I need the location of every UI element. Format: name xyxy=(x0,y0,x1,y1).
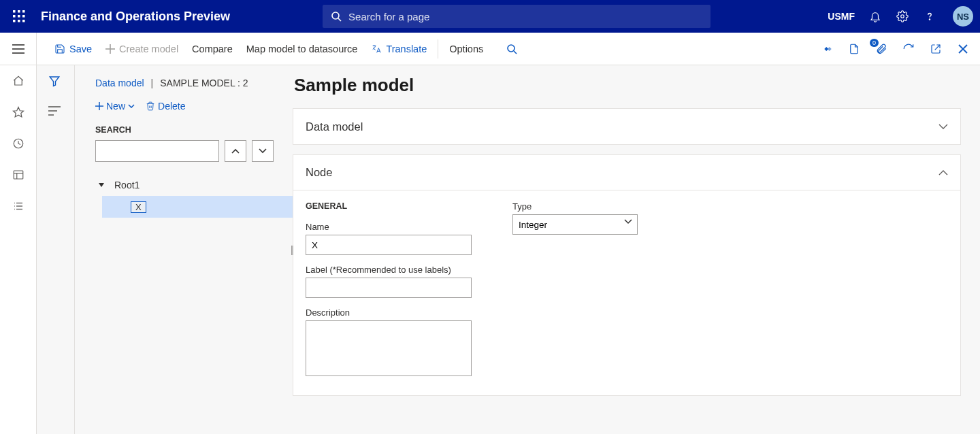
attachments-icon[interactable]: 0 xyxy=(874,41,889,56)
refresh-icon[interactable] xyxy=(901,41,916,56)
hamburger-toggle[interactable] xyxy=(0,33,37,65)
svg-point-18 xyxy=(508,45,514,52)
trash-icon xyxy=(146,101,155,111)
new-node-button[interactable]: New xyxy=(95,101,135,112)
command-bar-right: 0 xyxy=(819,41,973,56)
close-icon[interactable] xyxy=(956,41,970,56)
save-button[interactable]: Save xyxy=(48,33,99,65)
filter-rail xyxy=(37,65,75,434)
type-select[interactable]: Integer xyxy=(512,214,638,235)
create-model-label: Create model xyxy=(119,44,178,54)
chevron-up-icon xyxy=(231,148,240,154)
modules-icon[interactable] xyxy=(11,199,26,214)
search-prev-button[interactable] xyxy=(225,140,246,162)
delete-label: Delete xyxy=(158,101,185,112)
svg-marker-22 xyxy=(13,107,23,117)
data-model-header[interactable]: Data model xyxy=(293,109,960,144)
general-column: GENERAL Name Label (*Recommended to use … xyxy=(306,201,472,379)
translate-button[interactable]: Translate xyxy=(364,33,434,65)
map-model-button[interactable]: Map model to datasource xyxy=(240,33,365,65)
svg-rect-6 xyxy=(13,20,16,22)
gear-icon[interactable] xyxy=(896,10,909,23)
compare-button[interactable]: Compare xyxy=(185,33,240,65)
top-right-controls: USMF NS xyxy=(828,6,973,27)
home-icon[interactable] xyxy=(11,73,26,88)
caret-down-icon[interactable] xyxy=(95,182,108,188)
search-icon xyxy=(506,44,517,54)
node-title: Node xyxy=(306,166,332,179)
popout-icon[interactable] xyxy=(928,41,943,56)
breadcrumb-link[interactable]: Data model xyxy=(95,78,144,88)
workspaces-icon[interactable] xyxy=(11,167,26,182)
command-search-button[interactable] xyxy=(490,33,524,65)
plus-icon xyxy=(105,44,115,54)
bell-icon[interactable] xyxy=(868,10,882,23)
node-body: GENERAL Name Label (*Recommended to use … xyxy=(293,190,960,395)
data-model-section: Data model xyxy=(293,108,961,145)
page-title: Sample model xyxy=(293,72,961,108)
chevron-down-icon xyxy=(259,148,267,154)
recent-icon[interactable] xyxy=(11,136,26,151)
company-picker[interactable]: USMF xyxy=(828,11,855,22)
command-bar: Save Create model Compare Map model to d… xyxy=(37,33,980,65)
help-icon[interactable] xyxy=(923,10,936,23)
sort-lines-icon[interactable] xyxy=(48,106,63,121)
tree-search-input[interactable] xyxy=(95,140,219,162)
svg-rect-5 xyxy=(22,15,25,18)
global-search[interactable] xyxy=(323,5,710,28)
svg-marker-33 xyxy=(50,77,59,86)
tree-child-label: X xyxy=(131,201,146,213)
resize-handle[interactable]: || xyxy=(291,244,293,255)
map-model-label: Map model to datasource xyxy=(246,44,358,54)
data-model-title: Data model xyxy=(306,120,363,133)
top-bar: Finance and Operations Preview USMF NS xyxy=(0,0,980,33)
tree-root-row[interactable]: Root1 xyxy=(95,174,293,196)
svg-rect-0 xyxy=(13,10,16,13)
app-launcher-icon[interactable] xyxy=(10,7,29,26)
global-search-input[interactable] xyxy=(348,11,702,22)
search-label: SEARCH xyxy=(75,114,293,137)
app-title: Finance and Operations Preview xyxy=(41,10,230,24)
type-column: Type Integer xyxy=(512,201,638,379)
label-label: Label (*Recommended to use labels) xyxy=(306,265,472,275)
user-avatar[interactable]: NS xyxy=(953,6,973,27)
options-button[interactable]: Options xyxy=(442,33,490,65)
svg-line-19 xyxy=(514,51,517,54)
svg-point-12 xyxy=(929,19,930,20)
translate-label: Translate xyxy=(386,44,427,54)
chevron-up-icon xyxy=(938,170,948,176)
node-header[interactable]: Node xyxy=(293,155,960,190)
compare-label: Compare xyxy=(192,44,233,54)
type-select-wrap: Integer xyxy=(512,214,638,235)
tree-search-row xyxy=(75,137,293,162)
svg-rect-3 xyxy=(13,15,16,18)
svg-marker-39 xyxy=(99,183,104,187)
name-input[interactable] xyxy=(306,235,472,255)
general-heading: GENERAL xyxy=(306,201,472,211)
description-input[interactable] xyxy=(306,320,472,376)
chevron-down-icon xyxy=(128,104,135,108)
label-input[interactable] xyxy=(306,278,472,298)
separator xyxy=(438,39,438,59)
type-label: Type xyxy=(512,201,638,212)
breadcrumb: Data model | SAMPLE MODEL : 2 xyxy=(75,72,293,88)
save-label: Save xyxy=(69,44,92,54)
name-label: Name xyxy=(306,222,472,232)
nav-rail xyxy=(0,65,37,434)
tree-selected-row[interactable]: X xyxy=(102,196,293,218)
svg-rect-24 xyxy=(14,171,23,179)
translate-icon xyxy=(371,44,382,54)
svg-rect-2 xyxy=(22,10,25,13)
page-info-icon[interactable] xyxy=(847,41,862,56)
svg-line-10 xyxy=(338,18,341,21)
search-next-button[interactable] xyxy=(252,140,274,162)
delete-node-button[interactable]: Delete xyxy=(146,101,185,112)
node-section: Node GENERAL Name Label (*Recommended to… xyxy=(293,154,961,396)
filter-icon[interactable] xyxy=(48,75,63,90)
workspace: Data model | SAMPLE MODEL : 2 New Delete… xyxy=(0,65,980,434)
save-icon xyxy=(54,44,65,54)
new-label: New xyxy=(106,101,125,112)
favorites-icon[interactable] xyxy=(11,105,26,120)
search-icon xyxy=(331,11,342,22)
diamonds-icon[interactable] xyxy=(819,41,834,56)
